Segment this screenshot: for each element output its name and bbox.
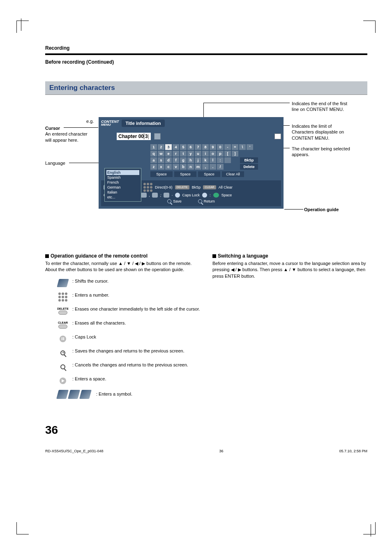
key[interactable]: x <box>158 164 164 170</box>
key[interactable]: i <box>202 151 209 157</box>
key[interactable]: n <box>187 164 194 170</box>
legend-text: : Enters a space. <box>72 376 106 382</box>
legend-item: DELETE: Erases one character immediately… <box>45 306 200 316</box>
key[interactable]: s <box>158 157 164 163</box>
key[interactable]: ] <box>232 151 238 157</box>
key[interactable]: q <box>150 151 157 157</box>
delete-button-icon: DELETE <box>58 306 68 316</box>
key[interactable] <box>224 157 231 163</box>
key[interactable]: y <box>187 151 194 157</box>
key[interactable]: 9 <box>210 144 216 150</box>
ff-button-icon <box>79 390 92 399</box>
on-screen-keyboard[interactable]: 1234567890-=\'qwertyuiop[]asdfghjkl:BkSp… <box>101 144 281 170</box>
right-column: Switching a language Before entering a c… <box>212 253 367 399</box>
key[interactable]: / <box>217 164 224 170</box>
ff-icon <box>164 193 169 198</box>
key[interactable]: l <box>210 157 216 163</box>
key[interactable]: 6 <box>187 144 194 150</box>
lang-item-italian[interactable]: Italian <box>106 190 139 195</box>
key[interactable]: j <box>195 157 201 163</box>
key[interactable]: = <box>232 144 238 150</box>
rev-button-icon <box>56 390 69 399</box>
key[interactable]: w <box>158 151 164 157</box>
key[interactable]: 0 <box>217 144 224 150</box>
key[interactable]: [ <box>224 151 231 157</box>
key[interactable]: 4 <box>173 144 179 150</box>
key[interactable]: . <box>210 164 216 170</box>
key[interactable]: f <box>173 157 179 163</box>
bullet-icon <box>212 254 216 258</box>
key[interactable]: 3 <box>165 144 172 150</box>
key[interactable]: k <box>202 157 209 163</box>
key[interactable]: 2 <box>158 144 164 150</box>
footer-center: 36 <box>219 449 224 453</box>
legend-item: CLEAR: Erases all the characters. <box>45 320 200 330</box>
key[interactable]: e <box>165 151 172 157</box>
rev-button-icon <box>58 278 68 288</box>
thumbnail-icon <box>154 133 161 140</box>
key[interactable]: r <box>173 151 179 157</box>
zoom-icon <box>198 199 202 203</box>
key-space[interactable]: Space <box>174 171 196 177</box>
key[interactable]: z <box>150 164 157 170</box>
legend-item: : Saves the changes and returns to the p… <box>45 348 200 358</box>
zoom-plus-icon <box>58 348 68 358</box>
legend-text: : Caps Lock <box>72 334 96 340</box>
key[interactable]: c <box>165 164 172 170</box>
key[interactable]: m <box>195 164 201 170</box>
key[interactable]: p <box>217 151 224 157</box>
key[interactable]: 1 <box>150 144 157 150</box>
legend-item: : Shifts the cursor. <box>45 278 200 288</box>
key-clear-all[interactable]: Clear All <box>222 171 244 177</box>
key[interactable]: d <box>165 157 172 163</box>
key[interactable]: u <box>195 151 201 157</box>
lang-item-french[interactable]: French <box>106 180 139 185</box>
legend-text: : Erases all the characters. <box>72 320 126 326</box>
legend-text: : Shifts the cursor. <box>72 278 108 284</box>
chapter-input[interactable]: Chapter 003| <box>117 133 151 140</box>
lang-item-spanish[interactable]: Spanish <box>106 175 139 180</box>
key[interactable]: o <box>210 151 216 157</box>
key[interactable]: , <box>202 164 209 170</box>
label-cursor: Cursor An entered character will appear … <box>45 125 95 143</box>
lang-item-english[interactable]: English <box>106 170 139 175</box>
key[interactable]: a <box>150 157 157 163</box>
key[interactable]: b <box>180 164 187 170</box>
key[interactable]: - <box>224 144 231 150</box>
key-space[interactable]: Space <box>198 171 220 177</box>
key[interactable]: t <box>180 151 187 157</box>
label-cursor-desc: An entered character will appear here. <box>45 131 88 142</box>
key[interactable]: : <box>217 157 224 163</box>
language-list[interactable]: English Spanish French German Italian et… <box>104 168 141 202</box>
key[interactable]: 5 <box>180 144 187 150</box>
numpad-icon <box>58 292 68 302</box>
left-col-intro: To enter the character, normally use ▲ /… <box>45 260 200 273</box>
key-space[interactable]: Space <box>150 171 173 177</box>
crop-mark <box>363 522 376 534</box>
leader-line <box>64 127 98 128</box>
key[interactable]: 7 <box>195 144 201 150</box>
legend-text: : Enters a number. <box>72 292 109 298</box>
play-button-icon <box>58 376 68 386</box>
right-col-title: Switching a language <box>218 253 268 260</box>
leader-line <box>284 209 303 210</box>
diagram: e.g. Cursor An entered character will ap… <box>45 101 367 249</box>
key[interactable]: \ <box>239 144 246 150</box>
header-category: Recording <box>45 45 367 51</box>
key[interactable]: v <box>173 164 179 170</box>
key-bksp[interactable]: BkSp <box>240 157 258 163</box>
key[interactable]: g <box>180 157 187 163</box>
stop-icon <box>202 193 207 198</box>
key[interactable]: 8 <box>202 144 209 150</box>
key[interactable]: ' <box>247 144 253 150</box>
title-info-label: Title information <box>122 120 165 127</box>
lang-item-german[interactable]: German <box>106 185 139 190</box>
key[interactable]: h <box>187 157 194 163</box>
legend-item: : Enters a number. <box>45 292 200 302</box>
label-language: Language <box>45 160 65 166</box>
crop-mark <box>16 21 29 33</box>
content-menu-logo: CONTENT MENU <box>101 120 119 126</box>
lang-item-etc[interactable]: etc... <box>106 195 139 200</box>
key-delete[interactable]: Delete <box>240 164 258 170</box>
legend-text: : Erases one character immediately to th… <box>72 306 200 312</box>
